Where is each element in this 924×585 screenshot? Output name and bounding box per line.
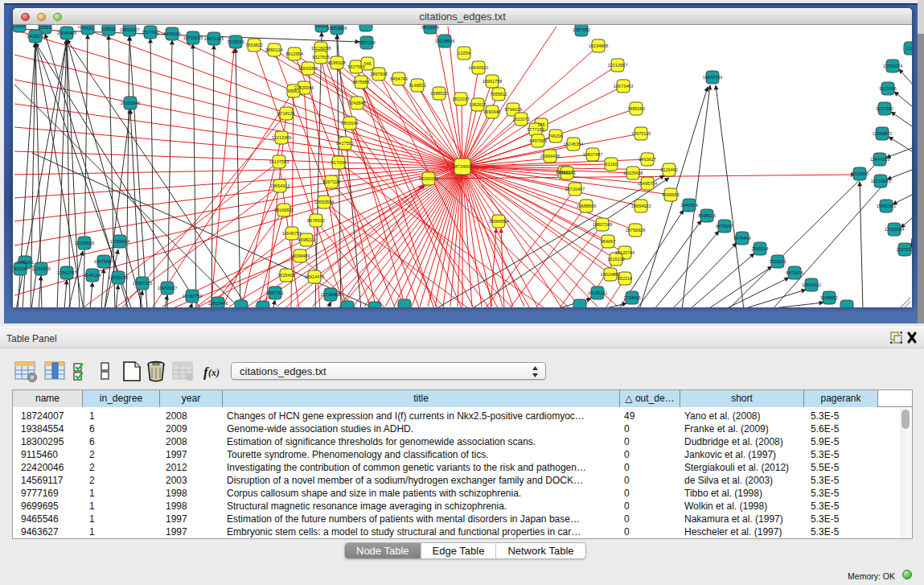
svg-text:10807487: 10807487: [583, 152, 602, 157]
svg-text:16120746: 16120746: [615, 250, 634, 255]
svg-text:12213957: 12213957: [608, 63, 627, 68]
svg-text:7632621: 7632621: [769, 259, 786, 264]
svg-text:8215956: 8215956: [851, 171, 868, 176]
svg-text:8471676: 8471676: [786, 270, 803, 275]
svg-text:10046756: 10046756: [282, 231, 302, 236]
svg-text:106532: 106532: [101, 27, 116, 31]
svg-text:12444159: 12444159: [870, 157, 889, 162]
svg-text:9860124: 9860124: [265, 47, 282, 52]
svg-text:9245652: 9245652: [820, 295, 837, 300]
svg-text:20364436: 20364436: [540, 154, 560, 159]
svg-text:9227342: 9227342: [876, 106, 893, 111]
svg-text:12093872: 12093872: [873, 131, 892, 136]
svg-text:6497569: 6497569: [529, 138, 546, 143]
svg-text:16245354: 16245354: [564, 142, 583, 146]
svg-text:10025438: 10025438: [623, 171, 643, 175]
svg-text:8267110: 8267110: [322, 179, 339, 184]
svg-text:9474444: 9474444: [733, 236, 750, 241]
svg-text:7955812: 7955812: [490, 92, 507, 97]
svg-text:6466160: 6466160: [163, 31, 180, 36]
svg-text:11156829: 11156829: [31, 266, 51, 271]
svg-text:19756928: 19756928: [626, 228, 645, 233]
svg-text:8912954: 8912954: [285, 51, 302, 56]
svg-text:1112: 1112: [906, 46, 912, 51]
svg-text:3875685: 3875685: [352, 80, 369, 84]
svg-text:1621072: 1621072: [512, 117, 529, 122]
svg-text:18300295: 18300295: [419, 176, 438, 181]
svg-text:2718126: 2718126: [277, 111, 294, 116]
svg-text:7625402: 7625402: [277, 273, 294, 278]
svg-text:1733426: 1733426: [623, 295, 640, 300]
svg-text:62160: 62160: [605, 162, 617, 167]
svg-text:19166825: 19166825: [274, 208, 294, 212]
svg-text:16848784: 16848784: [703, 75, 722, 80]
svg-text:1167531: 1167531: [896, 247, 912, 252]
svg-text:852214: 852214: [618, 276, 632, 281]
svg-text:12942757: 12942757: [57, 270, 76, 275]
svg-text:1615132: 1615132: [607, 257, 624, 262]
svg-text:16543392: 16543392: [298, 66, 318, 71]
svg-text:19654913: 19654913: [270, 183, 290, 188]
svg-text:9327505: 9327505: [312, 55, 329, 60]
svg-text:20206526: 20206526: [75, 241, 94, 245]
svg-text:39154: 39154: [14, 266, 26, 271]
svg-text:8813054: 8813054: [421, 25, 438, 30]
svg-text:9463627: 9463627: [639, 157, 655, 162]
svg-text:9115460: 9115460: [660, 167, 677, 172]
svg-text:19975867: 19975867: [94, 259, 113, 264]
svg-text:12923446: 12923446: [208, 301, 228, 306]
svg-text:15136141: 15136141: [588, 290, 607, 295]
svg-text:10654112: 10654112: [802, 282, 821, 287]
svg-text:16053809: 16053809: [327, 26, 347, 31]
svg-text:9146821: 9146821: [409, 83, 425, 88]
svg-text:7803144: 7803144: [341, 121, 358, 126]
svg-text:9242848: 9242848: [348, 101, 365, 105]
svg-text:20053346: 20053346: [121, 101, 140, 105]
svg-text:98961: 98961: [287, 89, 299, 93]
svg-text:8186328: 8186328: [328, 60, 345, 65]
svg-text:13254: 13254: [458, 51, 470, 56]
svg-text:16053: 16053: [315, 25, 327, 28]
svg-text:917006: 917006: [331, 160, 346, 165]
svg-text:15751074: 15751074: [883, 64, 902, 68]
svg-text:9777169: 9777169: [527, 127, 544, 132]
svg-text:15495754: 15495754: [638, 181, 657, 186]
svg-text:19055: 19055: [13, 25, 25, 28]
svg-text:16210643: 16210643: [871, 179, 890, 183]
svg-text:7485063: 7485063: [627, 106, 644, 111]
svg-text:20091406: 20091406: [57, 31, 76, 35]
svg-text:15720407: 15720407: [565, 187, 585, 192]
svg-text:7986372: 7986372: [558, 171, 575, 175]
svg-text:16640910: 16640910: [469, 65, 488, 70]
svg-text:1405571: 1405571: [27, 34, 43, 39]
svg-text:9990443: 9990443: [483, 109, 500, 114]
svg-text:19218506: 19218506: [435, 39, 454, 43]
svg-text:10973463: 10973463: [614, 84, 633, 89]
svg-text:1362615: 1362615: [469, 102, 486, 107]
svg-text:9794023: 9794023: [504, 107, 521, 112]
svg-text:2935114: 2935114: [751, 246, 768, 251]
svg-text:1822037: 1822037: [452, 97, 469, 101]
svg-text:8454749: 8454749: [390, 76, 407, 81]
svg-text:12975115: 12975115: [631, 131, 651, 136]
svg-text:7663822: 7663822: [245, 43, 262, 47]
svg-text:16107553: 16107553: [269, 159, 289, 164]
svg-text:17359924: 17359924: [110, 239, 129, 244]
svg-text:16961758: 16961758: [483, 79, 502, 84]
svg-text:10719155: 10719155: [183, 35, 203, 40]
svg-text:(x): (x): [208, 367, 220, 378]
svg-text:19384554: 19384554: [489, 219, 508, 224]
svg-text:1588520: 1588520: [430, 91, 447, 96]
svg-text:10853267: 10853267: [120, 27, 139, 32]
svg-text:7515526: 7515526: [227, 39, 244, 44]
svg-text:9129966: 9129966: [879, 86, 896, 91]
svg-text:13553594: 13553594: [314, 200, 334, 204]
svg-text:12505135: 12505135: [109, 275, 128, 280]
svg-text:9327505: 9327505: [347, 64, 364, 69]
svg-text:2867608: 2867608: [370, 72, 387, 76]
svg-text:6498222: 6498222: [298, 237, 314, 242]
svg-text:20553: 20553: [39, 25, 51, 30]
svg-text:7857224: 7857224: [358, 40, 375, 45]
svg-text:17016504: 17016504: [885, 227, 904, 232]
svg-text:546: 546: [363, 61, 371, 66]
